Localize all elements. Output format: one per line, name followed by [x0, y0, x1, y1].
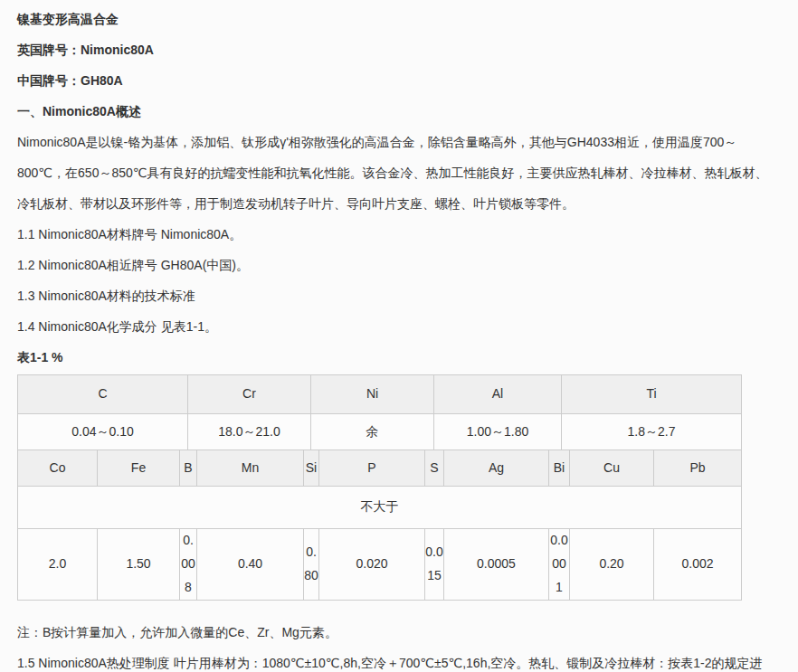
table-header-cell: C [18, 375, 188, 414]
composition-table-trace: Co Fe B Mn Si P S Ag Bi Cu Pb 不大于 2.0 [17, 450, 742, 601]
table-header-cell: Bi [549, 450, 570, 487]
table-header-cell: Pb [654, 450, 742, 487]
table-header-cell: Ti [562, 375, 742, 414]
heat-treatment-paragraph: 1.5 Nimonic80A热处理制度 叶片用棒材为：1080℃±10℃,8h,… [17, 648, 780, 672]
table-header-cell: Cr [188, 375, 311, 414]
table-header-cell: Co [18, 450, 98, 487]
table-header-cell: Ni [311, 375, 434, 414]
table-row: C Cr Ni Al Ti [18, 375, 742, 414]
page-title: 镍基变形高温合金 [17, 4, 780, 34]
table-header-cell: Cu [570, 450, 654, 487]
table-cell: 2.0 [18, 529, 98, 601]
table-cell: 0.20 [570, 529, 654, 601]
table-header-cell: Al [434, 375, 562, 414]
table-row: 2.0 1.50 0.008 0.40 0.80 0.020 0.015 0.0… [18, 529, 742, 601]
list-item: 1.3 Nimonic80A材料的技术标准 [17, 280, 780, 311]
table-caption: 表1-1 % [17, 342, 780, 373]
section-heading: 一、Nimonic80A概述 [17, 96, 780, 127]
table-cell: 1.50 [98, 529, 180, 601]
table-cell: 0.008 [180, 529, 197, 601]
table-cell: 0.80 [304, 529, 319, 601]
table-cell: 0.015 [425, 529, 444, 601]
table-header-cell: Ag [444, 450, 549, 487]
composition-table: C Cr Ni Al Ti 0.04～0.10 18.0～21.0 余 1.00… [17, 374, 780, 601]
table-cell: 0.020 [319, 529, 425, 601]
list-item: 1.4 Nimonic80A化学成分 见表1-1。 [17, 311, 780, 342]
table-row: 不大于 [18, 487, 742, 529]
table-header-cell: S [425, 450, 444, 487]
table-cell: 0.002 [654, 529, 742, 601]
table-cell: 0.0005 [444, 529, 549, 601]
table-cell: 0.40 [197, 529, 304, 601]
table-header-cell: B [180, 450, 197, 487]
table-cell: 1.8～2.7 [562, 414, 742, 450]
table-cell: 0.04～0.10 [18, 414, 188, 450]
table-header-cell: P [319, 450, 425, 487]
table-cell: 余 [311, 414, 434, 450]
composition-table-main: C Cr Ni Al Ti 0.04～0.10 18.0～21.0 余 1.00… [17, 374, 742, 450]
table-header-cell: Fe [98, 450, 180, 487]
table-cell: 1.00～1.80 [434, 414, 562, 450]
table-header-cell: Mn [197, 450, 304, 487]
table-header-cell: Si [304, 450, 319, 487]
uk-grade-heading: 英国牌号：Nimonic80A [17, 34, 780, 65]
table-row: Co Fe B Mn Si P S Ag Bi Cu Pb [18, 450, 742, 487]
table-note: 注：B按计算量加入，允许加入微量的Ce、Zr、Mg元素。 [17, 617, 780, 648]
table-cell: 0.0001 [549, 529, 570, 601]
overview-paragraph: Nimonic80A是以镍-铬为基体，添加铝、钛形成γ'相弥散强化的高温合金，除… [17, 127, 780, 219]
document-page: 镍基变形高温合金 英国牌号：Nimonic80A 中国牌号：GH80A 一、Ni… [0, 0, 798, 672]
list-item: 1.1 Nimonic80A材料牌号 Nimonic80A。 [17, 219, 780, 250]
table-cell: 18.0～21.0 [188, 414, 311, 450]
list-item: 1.2 Nimonic80A相近牌号 GH80A(中国)。 [17, 250, 780, 280]
cn-grade-heading: 中国牌号：GH80A [17, 65, 780, 96]
limit-label-cell: 不大于 [18, 487, 742, 529]
table-row: 0.04～0.10 18.0～21.0 余 1.00～1.80 1.8～2.7 [18, 414, 742, 450]
